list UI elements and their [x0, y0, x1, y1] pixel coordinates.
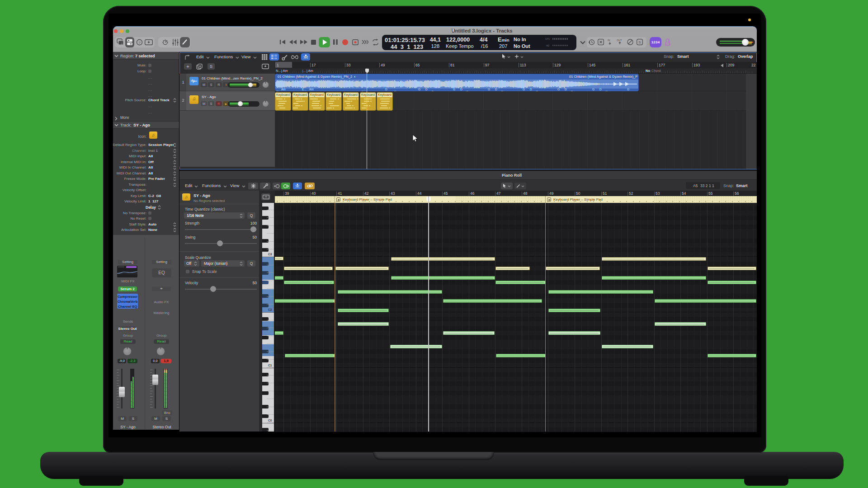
svg-text:?: ? [138, 41, 141, 45]
svg-text:IN: IN [608, 39, 610, 42]
svg-text:OUT: OUT [617, 39, 622, 42]
svg-text:♪: ♪ [121, 42, 123, 45]
svg-text:S: S [638, 40, 641, 44]
